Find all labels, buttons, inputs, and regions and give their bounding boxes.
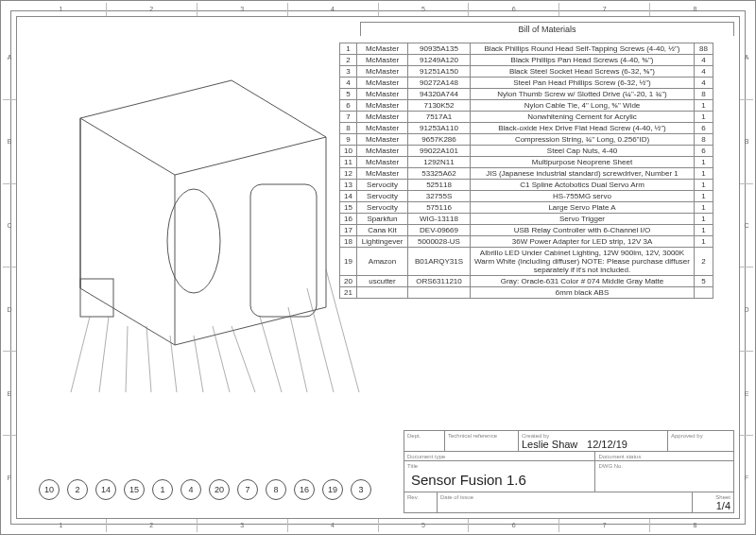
bom-cell-vendor: McMaster	[357, 157, 408, 168]
balloon-row: 102141514207816193	[39, 479, 371, 500]
ruler-col: 2	[106, 519, 197, 532]
bom-cell-n: 16	[340, 214, 357, 225]
svg-line-12	[288, 307, 307, 392]
bom-cell-n: 2	[340, 55, 357, 66]
bom-cell-part: ORS6311210	[408, 276, 471, 287]
ruler-col: 3	[197, 3, 287, 16]
table-row: 4McMaster90272A148Steel Pan Head Phillip…	[340, 78, 713, 89]
bom-cell-part: 91251A150	[408, 66, 471, 78]
balloon: 3	[351, 479, 371, 500]
bom-cell-part	[408, 287, 471, 299]
bom-cell-n: 3	[340, 66, 357, 78]
bom-cell-desc: Black Phillips Round Head Self-Tapping S…	[471, 43, 695, 55]
table-row: 14Servocity32755SHS-755MG servo1	[340, 191, 713, 202]
bom-cell-n: 1	[340, 43, 357, 55]
bom-cell-qty: 1	[695, 202, 713, 214]
bom-cell-n: 11	[340, 157, 357, 168]
bom-cell-vendor: McMaster	[357, 78, 408, 89]
table-row: 18Lightingever5000028-US36W Power Adapte…	[340, 236, 713, 248]
ruler-col: 4	[287, 3, 378, 16]
ruler-row: D	[740, 267, 753, 351]
table-row: 13Servocity525118C1 Spline Actobotics Du…	[340, 180, 713, 191]
bom-table: 1McMaster90935A135Black Phillips Round H…	[339, 43, 713, 299]
bom-cell-n: 10	[340, 146, 357, 157]
bom-cell-n: 19	[340, 248, 357, 276]
bom-cell-qty: 1	[695, 225, 713, 236]
bom-cell-qty: 6	[695, 123, 713, 134]
ruler-row: E	[740, 351, 753, 435]
balloon: 10	[39, 479, 60, 500]
ruler-col: 3	[197, 519, 287, 532]
label-doctype: Document type	[407, 454, 445, 459]
ruler-col: 7	[558, 519, 649, 532]
balloon: 20	[209, 479, 230, 500]
bom-cell-n: 14	[340, 191, 357, 202]
svg-line-3	[71, 317, 90, 392]
bom-cell-vendor: Servocity	[357, 191, 408, 202]
bom-cell-qty: 1	[695, 157, 713, 168]
bom-title: Bill of Materials	[360, 22, 734, 36]
bom-cell-part: 90272A148	[408, 78, 471, 89]
bom-cell-n: 17	[340, 225, 357, 236]
bom-cell-qty: 5	[695, 276, 713, 287]
isometric-view	[24, 24, 364, 421]
table-row: 20uscutterORS6311210Gray: Oracle-631 Col…	[340, 276, 713, 287]
ruler-top: 12345678	[16, 3, 740, 16]
table-row: 216mm black ABS	[340, 287, 713, 299]
bom-cell-desc: C1 Spline Actobotics Dual Servo Arm	[471, 180, 695, 191]
label-dept: Dept.	[407, 433, 421, 439]
bom-cell-qty: 2	[695, 248, 713, 276]
balloon: 8	[266, 479, 286, 500]
bom-cell-qty: 4	[695, 78, 713, 89]
label-title: Title	[407, 463, 418, 469]
bom-cell-part: 94320A744	[408, 89, 471, 100]
bom-cell-part: 99022A101	[408, 146, 471, 157]
bom-cell-desc: USB Relay Controller with 6-Channel I/O	[471, 225, 695, 236]
bom-cell-n: 5	[340, 89, 357, 100]
bom-cell-n: 20	[340, 276, 357, 287]
bom-cell-vendor: McMaster	[357, 100, 408, 112]
created-by: Leslie Shaw	[522, 439, 577, 450]
drawing-title: Sensor Fusion 1.6	[407, 469, 592, 491]
bom-cell-qty: 1	[695, 180, 713, 191]
bom-cell-vendor: McMaster	[357, 66, 408, 78]
bom-cell-qty: 4	[695, 66, 713, 78]
svg-line-13	[307, 288, 334, 392]
label-dwg: DWG No.	[598, 463, 623, 469]
balloon: 15	[124, 479, 145, 500]
svg-line-5	[126, 326, 128, 392]
table-row: 8McMaster91253A110Black-oxide Hex Drive …	[340, 123, 713, 134]
table-row: 12McMaster53325A62JIS (Japanese industri…	[340, 168, 713, 180]
bom-cell-desc: 36W Power Adapter for LED strip, 12V 3A	[471, 236, 695, 248]
bom-cell-desc: HS-755MG servo	[471, 191, 695, 202]
balloon: 2	[67, 479, 88, 500]
bom-cell-vendor: Sparkfun	[357, 214, 408, 225]
bom-cell-n: 15	[340, 202, 357, 214]
balloon: 4	[180, 479, 201, 500]
label-date: Date of issue	[440, 494, 473, 500]
bom-cell-n: 7	[340, 112, 357, 123]
bom-cell-part: 9657K286	[408, 134, 471, 146]
balloon: 16	[294, 479, 315, 500]
ruler-col: 8	[649, 3, 740, 16]
svg-line-9	[213, 326, 230, 392]
bom-cell-n: 9	[340, 134, 357, 146]
bom-cell-qty: 8	[695, 134, 713, 146]
bom-cell-vendor: McMaster	[357, 134, 408, 146]
bom-cell-qty: 88	[695, 43, 713, 55]
ruler-bottom: 12345678	[16, 519, 740, 532]
ruler-col: 1	[16, 3, 106, 16]
bom-cell-vendor: McMaster	[357, 112, 408, 123]
table-row: 1McMaster90935A135Black Phillips Round H…	[340, 43, 713, 55]
table-row: 11McMaster1292N11Multipurpose Neoprene S…	[340, 157, 713, 168]
bom-cell-vendor: uscutter	[357, 276, 408, 287]
ruler-col: 5	[378, 519, 469, 532]
bom-cell-vendor: Servocity	[357, 180, 408, 191]
bom-cell-desc: Compression String, ¾" Long, 0.256"ID)	[471, 134, 695, 146]
table-row: 10McMaster99022A101Steel Cap Nuts, 4-406	[340, 146, 713, 157]
bom-cell-qty	[695, 287, 713, 299]
ruler-col: 1	[16, 519, 106, 532]
bom-cell-qty: 1	[695, 168, 713, 180]
bom-cell-n: 4	[340, 78, 357, 89]
bom-cell-n: 6	[340, 100, 357, 112]
